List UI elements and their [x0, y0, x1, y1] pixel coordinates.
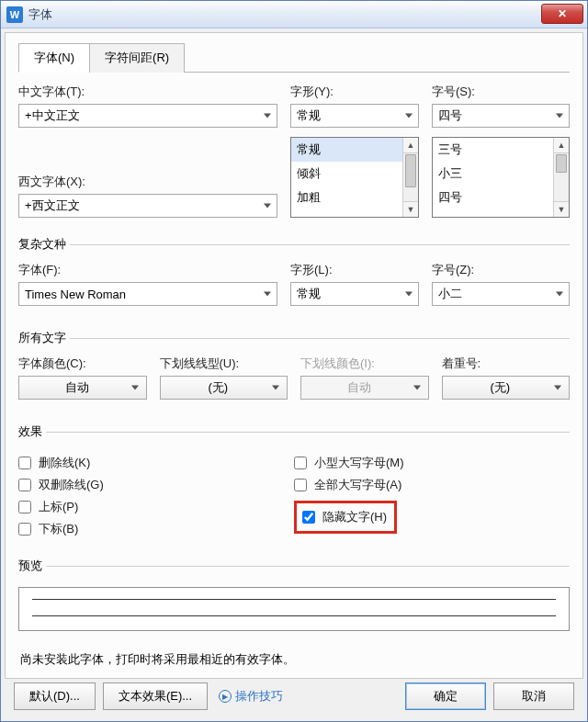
chk-superscript[interactable]: 上标(P): [18, 499, 294, 515]
chk-superscript-box[interactable]: [18, 501, 31, 513]
app-icon: W: [6, 6, 23, 23]
default-button[interactable]: 默认(D)...: [14, 683, 96, 710]
scrollbar-thumb[interactable]: [405, 154, 416, 187]
chevron-down-icon[interactable]: ▼: [403, 201, 418, 217]
preview-box: [18, 587, 570, 631]
scrollbar[interactable]: ▲ ▼: [402, 138, 418, 217]
westfont-label: 西文字体(X):: [18, 174, 277, 190]
list-item[interactable]: 四号: [433, 186, 569, 209]
complex-style-label: 字形(L):: [290, 262, 419, 278]
complex-size-label: 字号(Z):: [432, 262, 570, 278]
tab-font[interactable]: 字体(N): [18, 43, 90, 73]
close-button[interactable]: ✕: [541, 4, 583, 24]
chk-subscript[interactable]: 下标(B): [18, 521, 294, 537]
size-listbox[interactable]: 三号 小三 四号 ▲ ▼: [432, 137, 570, 218]
close-icon: ✕: [558, 7, 567, 20]
size-label: 字号(S):: [432, 84, 570, 100]
effects-legend: 效果: [15, 423, 46, 440]
westfont-value: +西文正文: [25, 197, 80, 214]
row-cnfont: 中文字体(T): +中文正文 字形(Y): 常规 字号(S): 四号: [18, 84, 570, 128]
scrollbar-thumb[interactable]: [556, 154, 567, 173]
complex-legend: 复杂文种: [15, 236, 70, 253]
play-icon: ▶: [219, 690, 232, 703]
chk-strike-box[interactable]: [18, 457, 31, 469]
tab-strip: 字体(N) 字符间距(R): [18, 42, 570, 73]
window-title: 字体: [28, 6, 52, 23]
style-combo[interactable]: 常规: [290, 104, 419, 128]
style-listbox[interactable]: 常规 倾斜 加粗 ▲ ▼: [290, 137, 419, 218]
group-preview: 预览: [18, 558, 570, 631]
complex-font-label: 字体(F):: [18, 262, 277, 278]
complex-font-combo[interactable]: Times New Roman: [18, 282, 277, 306]
group-effects: 效果 删除线(K) 双删除线(G) 上标(P): [18, 423, 570, 543]
color-label: 字体颜色(C):: [18, 355, 147, 372]
list-item[interactable]: 倾斜: [291, 162, 418, 186]
font-dialog: W 字体 ✕ 字体(N) 字符间距(R) 中文字体(T): +中文正文 字形(Y…: [0, 0, 588, 722]
chevron-up-icon[interactable]: ▲: [403, 138, 418, 153]
underline-dropdown[interactable]: (无): [160, 376, 288, 400]
group-complex: 复杂文种 字体(F): Times New Roman 字形(L): 常规 字号…: [18, 236, 570, 315]
chevron-up-icon[interactable]: ▲: [554, 138, 569, 153]
tab-char-spacing[interactable]: 字符间距(R): [89, 43, 185, 73]
chk-hidden-box[interactable]: [302, 511, 315, 524]
titlebar: W 字体 ✕: [1, 1, 587, 28]
cnfont-label: 中文字体(T):: [18, 84, 277, 100]
chk-dblstrike-box[interactable]: [18, 479, 31, 491]
emphasis-dropdown[interactable]: (无): [442, 376, 571, 400]
size-combo[interactable]: 四号: [432, 104, 570, 128]
chk-smallcaps[interactable]: 小型大写字母(M): [294, 455, 570, 471]
chk-smallcaps-box[interactable]: [294, 457, 307, 469]
ok-button[interactable]: 确定: [405, 683, 486, 710]
client-area: 字体(N) 字符间距(R) 中文字体(T): +中文正文 字形(Y): 常规 字: [5, 32, 583, 679]
cnfont-combo[interactable]: +中文正文: [18, 104, 277, 128]
size-value: 四号: [438, 107, 462, 124]
chk-allcaps[interactable]: 全部大写字母(A): [294, 477, 570, 493]
list-item[interactable]: 小三: [433, 162, 569, 186]
group-alltext: 所有文字 字体颜色(C): 自动 下划线线型(U): (无) 下划线颜色(I):: [18, 330, 570, 409]
underline-color-dropdown: 自动: [300, 376, 429, 400]
chk-strike[interactable]: 删除线(K): [18, 455, 294, 471]
list-item[interactable]: 加粗: [291, 186, 418, 209]
scrollbar[interactable]: ▲ ▼: [553, 138, 569, 217]
chk-hidden[interactable]: 隐藏文字(H): [302, 509, 387, 525]
complex-style-combo[interactable]: 常规: [290, 282, 419, 306]
row-westfont: 西文字体(X): +西文正文 常规 倾斜 加粗 ▲ ▼: [18, 137, 570, 218]
tips-link[interactable]: ▶ 操作技巧: [219, 688, 283, 705]
chk-allcaps-box[interactable]: [294, 479, 307, 491]
emphasis-label: 着重号:: [442, 355, 571, 372]
chevron-down-icon[interactable]: ▼: [554, 201, 569, 217]
font-install-info: 尚未安装此字体，打印时将采用最相近的有效字体。: [20, 651, 568, 668]
alltext-legend: 所有文字: [15, 330, 70, 346]
underline-label: 下划线线型(U):: [160, 355, 288, 372]
style-value: 常规: [297, 107, 321, 124]
chk-subscript-box[interactable]: [18, 523, 31, 536]
cancel-button[interactable]: 取消: [493, 683, 574, 710]
cnfont-value: +中文正文: [25, 107, 80, 124]
list-item[interactable]: 常规: [291, 138, 418, 162]
list-item[interactable]: 三号: [433, 138, 569, 162]
text-effect-button[interactable]: 文本效果(E)...: [103, 683, 208, 710]
complex-size-combo[interactable]: 小二: [432, 282, 570, 306]
chk-dblstrike[interactable]: 双删除线(G): [18, 477, 294, 493]
westfont-combo[interactable]: +西文正文: [18, 194, 277, 218]
dialog-footer: 默认(D)... 文本效果(E)... ▶ 操作技巧 确定 取消: [1, 683, 587, 721]
hidden-highlight: 隐藏文字(H): [294, 501, 397, 534]
color-dropdown[interactable]: 自动: [18, 376, 147, 400]
underline-color-label: 下划线颜色(I):: [300, 355, 429, 372]
preview-legend: 预览: [15, 558, 46, 574]
style-label: 字形(Y):: [290, 84, 419, 100]
